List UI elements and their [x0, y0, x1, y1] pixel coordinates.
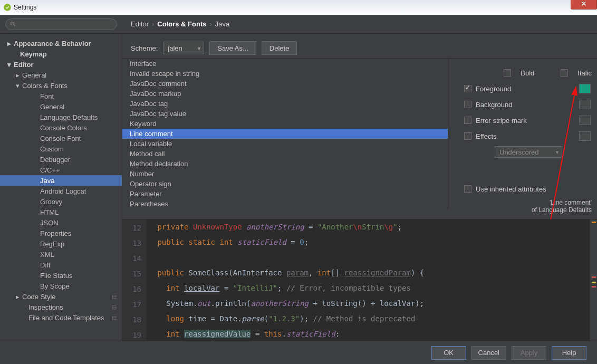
bold-checkbox[interactable]	[504, 69, 511, 76]
tree-item[interactable]: ▸Appearance & Behavior	[0, 38, 122, 49]
foreground-checkbox[interactable]	[464, 85, 471, 92]
tree-item[interactable]: Console Font	[0, 133, 122, 143]
search-input[interactable]	[5, 18, 117, 30]
tree-item[interactable]: Language Defaults	[0, 112, 122, 122]
svg-point-0	[4, 4, 11, 11]
apply-button[interactable]: Apply	[512, 346, 546, 360]
tree-item[interactable]: Console Colors	[0, 122, 122, 133]
code-gutter: 1213141516171819	[122, 219, 147, 341]
tree-item[interactable]: ▸General	[0, 70, 122, 80]
tree-item[interactable]: File Status	[0, 270, 122, 281]
tree-item[interactable]: Custom	[0, 143, 122, 154]
scheme-label: Scheme:	[131, 44, 158, 52]
tree-item[interactable]: RegExp	[0, 238, 122, 249]
attribute-item[interactable]: Method call	[122, 149, 448, 159]
attribute-item[interactable]: JavaDoc markup	[122, 89, 448, 99]
tree-item[interactable]: ▾Colors & Fonts	[0, 80, 122, 91]
tree-item[interactable]: By Scope	[0, 281, 122, 291]
tree-item[interactable]: Debugger	[0, 154, 122, 165]
attribute-item[interactable]: Method declaration	[122, 159, 448, 169]
search-icon	[10, 21, 16, 27]
tree-item[interactable]: General	[0, 101, 122, 112]
tree-item[interactable]: Font	[0, 91, 122, 101]
cancel-button[interactable]: Cancel	[471, 346, 506, 360]
tree-item[interactable]: ▸Code Style⊟	[0, 291, 122, 302]
attribute-item[interactable]: JavaDoc tag	[122, 99, 448, 109]
breadcrumb: Editor›Colors & Fonts›Java	[122, 20, 229, 28]
tree-item[interactable]: HTML	[0, 207, 122, 217]
svg-point-1	[11, 22, 14, 25]
tree-item[interactable]: XML	[0, 249, 122, 260]
tree-item[interactable]: ▾Editor	[0, 59, 122, 70]
ok-button[interactable]: OK	[431, 346, 466, 360]
inherit-checkbox[interactable]	[464, 185, 471, 193]
svg-line-2	[14, 24, 15, 26]
attribute-item[interactable]: Line comment	[122, 129, 448, 139]
error-stripe-bar[interactable]	[590, 219, 597, 341]
attribute-item[interactable]: Number	[122, 169, 448, 179]
errorstripe-checkbox[interactable]	[464, 117, 471, 124]
attribute-item[interactable]: JavaDoc tag value	[122, 109, 448, 119]
tree-item[interactable]: JSON	[0, 217, 122, 228]
inherit-link[interactable]: Language Defaults	[538, 206, 592, 214]
window-title: Settings	[14, 4, 36, 11]
attribute-properties: Bold Italic Foreground Background Error …	[448, 59, 597, 219]
tree-item[interactable]: Diff	[0, 260, 122, 270]
save-as-button[interactable]: Save As...	[209, 41, 256, 55]
app-icon	[3, 3, 12, 12]
background-checkbox[interactable]	[464, 101, 471, 108]
delete-button[interactable]: Delete	[262, 41, 297, 55]
close-button[interactable]: ✕	[571, 0, 597, 9]
tree-item[interactable]: Android Logcat	[0, 186, 122, 196]
titlebar: Settings ✕	[0, 0, 597, 15]
attribute-item[interactable]: JavaDoc comment	[122, 79, 448, 89]
help-button[interactable]: Help	[552, 346, 586, 360]
effects-swatch[interactable]	[579, 131, 591, 141]
tree-item[interactable]: Java	[0, 175, 122, 186]
tree-item[interactable]: C/C++	[0, 165, 122, 175]
foreground-swatch[interactable]	[579, 84, 591, 93]
tree-item[interactable]: Properties	[0, 228, 122, 238]
tree-item[interactable]: Keymap	[0, 49, 122, 59]
effects-type-select[interactable]: Underscored	[495, 146, 562, 158]
attribute-item[interactable]: Parameter	[122, 189, 448, 199]
tree-item[interactable]: File and Code Templates⊟	[0, 312, 122, 323]
settings-tree: ▸Appearance & BehaviorKeymap▾Editor▸Gene…	[0, 34, 122, 341]
attribute-item[interactable]: Keyword	[122, 119, 448, 129]
errorstripe-swatch[interactable]	[579, 116, 591, 125]
attribute-item[interactable]: Interface	[122, 59, 448, 69]
attribute-item[interactable]: Parentheses	[122, 199, 448, 209]
attribute-item[interactable]: Invalid escape in string	[122, 69, 448, 79]
attribute-item[interactable]: Operator sign	[122, 179, 448, 189]
tree-item[interactable]: Groovy	[0, 196, 122, 207]
attribute-list: InterfaceInvalid escape in stringJavaDoc…	[122, 59, 448, 209]
attribute-item[interactable]: Local variable	[122, 139, 448, 149]
italic-checkbox[interactable]	[561, 69, 568, 76]
tree-item[interactable]: Inspections⊟	[0, 302, 122, 312]
scheme-select[interactable]: jalen	[163, 42, 204, 54]
effects-checkbox[interactable]	[464, 132, 471, 140]
code-preview: private UnknownType anotherString = "Ano…	[147, 219, 590, 341]
background-swatch[interactable]	[579, 100, 591, 109]
